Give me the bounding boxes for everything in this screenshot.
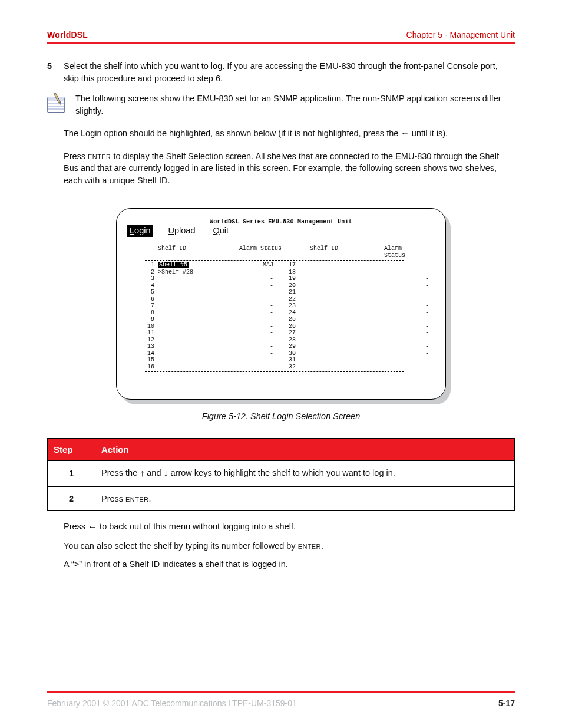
shelf-id[interactable] [158,296,239,303]
alarm-status: - [392,316,429,323]
alarm-status: - [392,364,429,371]
para2-b: to display the Shelf Selection screen. A… [64,151,499,185]
row-index: 19 [278,275,299,282]
shelf-id[interactable] [299,296,392,303]
step-number: 5 [47,60,64,84]
alarm-status: - [392,282,429,289]
table-row: 1 Press the ↑ and ↓ arrow keys to highli… [48,461,515,487]
row-index: 14 [127,350,158,357]
alarm-status: - [392,350,429,357]
after-1b: to back out of this menu without logging… [97,522,296,531]
shelf-id[interactable] [158,289,239,296]
col-shelfid-1: Shelf ID [158,245,239,259]
instruction-table: Step Action 1 Press the ↑ and ↓ arrow ke… [47,438,515,512]
shelf-id[interactable] [158,309,239,317]
shelf-id[interactable] [158,323,239,330]
row-index: 15 [127,357,158,364]
down-arrow-icon: ↓ [164,468,168,478]
row-index: 27 [278,330,299,337]
r2-a: Press [101,494,125,503]
shelf-id[interactable] [299,330,392,337]
shelf-id[interactable] [299,289,392,296]
shelf-id[interactable] [158,302,239,309]
paragraph-2: Press ENTER to display the Shelf Selecti… [64,150,515,187]
para2-a: Press [64,151,88,161]
row-index: 9 [127,316,158,323]
alarm-status: - [239,309,278,317]
row-index: 28 [278,337,299,344]
shelf-table-header: Shelf ID Alarm Status Shelf ID Alarm Sta… [127,245,435,259]
shelf-id[interactable] [158,275,239,282]
dash-bottom [145,371,404,372]
table-row: 3-19- [127,275,435,282]
table-row: 1 Shelf #5 MAJ17- [127,262,435,269]
row-index: 26 [278,323,299,330]
alarm-status: - [392,323,429,330]
table-row: 6-22- [127,296,435,303]
page-number: 5-17 [498,699,515,708]
shelf-id[interactable] [299,343,392,350]
row-index: 5 [127,289,158,296]
alarm-status: - [392,302,429,309]
shelf-id[interactable] [299,302,392,309]
shelf-id[interactable] [299,275,392,282]
after-line-3: A “>” in front of a Shelf ID indicates a… [64,558,515,571]
shelf-id[interactable] [299,350,392,357]
shelf-id[interactable] [158,337,239,344]
header-rule [47,42,515,44]
alarm-status: - [239,323,278,330]
shelf-id[interactable] [299,364,392,371]
shelf-id[interactable] [299,323,392,330]
shelf-id[interactable]: Shelf #5 [158,262,239,269]
table-row: 13-29- [127,343,435,350]
alarm-status: MAJ [239,262,278,269]
alarm-status: - [239,364,278,371]
row-index: 1 [127,262,158,269]
row-index: 7 [127,302,158,309]
alarm-status: - [239,269,278,276]
shelf-id[interactable] [158,357,239,364]
alarm-status: - [392,269,429,276]
alarm-status: - [392,289,429,296]
table-row: 9-25- [127,316,435,323]
after-2b: . [321,541,323,551]
alarm-status: - [392,262,429,269]
shelf-id[interactable] [158,282,239,289]
note: The following screens show the EMU-830 s… [47,93,515,117]
alarm-status: - [392,309,429,317]
shelf-id[interactable] [158,343,239,350]
shelf-id[interactable] [299,262,392,269]
shelf-id[interactable] [299,316,392,323]
alarm-status: - [239,282,278,289]
shelf-id[interactable] [299,357,392,364]
shelf-id[interactable]: >Shelf #28 [158,269,239,276]
chapter-title: Chapter 5 - Management Unit [406,30,515,39]
row-index: 23 [278,302,299,309]
shelf-id[interactable] [158,350,239,357]
col-alarm-1: Alarm Status [239,245,289,259]
row-index: 16 [127,364,158,371]
r1-b: and [144,468,163,477]
shelf-id[interactable] [158,316,239,323]
shelf-id[interactable] [299,337,392,344]
table-row: 2 Press ENTER. [48,486,515,511]
row-index: 24 [278,309,299,317]
footer-rule [47,691,515,693]
table-row: 12-28- [127,337,435,344]
page-header: WorldDSL Chapter 5 - Management Unit [47,28,515,41]
row-index: 6 [127,296,158,303]
shelf-id[interactable] [158,330,239,337]
step-text: Select the shelf into which you want to … [64,60,515,84]
shelf-id[interactable] [299,282,392,289]
shelf-id[interactable] [299,309,392,317]
row-index: 2 [127,269,158,276]
action-cell-2: Press ENTER. [95,486,515,511]
shelf-id[interactable] [299,269,392,276]
th-action: Action [95,438,515,460]
table-row: 15-31- [127,357,435,364]
alarm-status: - [392,296,429,303]
action-cell-1: Press the ↑ and ↓ arrow keys to highligh… [95,461,515,487]
shelf-id[interactable] [158,364,239,371]
paragraph-1: The Login option should be highlighted, … [64,127,515,140]
row-index: 22 [278,296,299,303]
